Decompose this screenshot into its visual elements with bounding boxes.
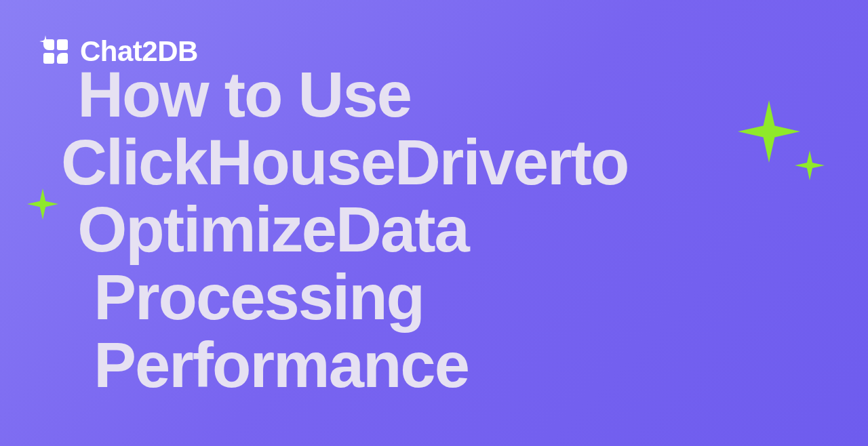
headline-line: How to Use — [77, 59, 411, 130]
sparkle-icon — [738, 100, 800, 163]
headline-line: Processing — [94, 262, 424, 333]
sparkle-icon — [795, 150, 825, 180]
sparkle-icon — [27, 188, 58, 220]
sparkle-icon — [39, 35, 52, 47]
headline-line: ClickHouseDriverto — [61, 127, 628, 198]
page-title: How to Use ClickHouseDriverto OptimizeDa… — [61, 61, 628, 399]
headline-line: Performance — [94, 329, 469, 401]
headline-line: OptimizeData — [77, 194, 469, 265]
